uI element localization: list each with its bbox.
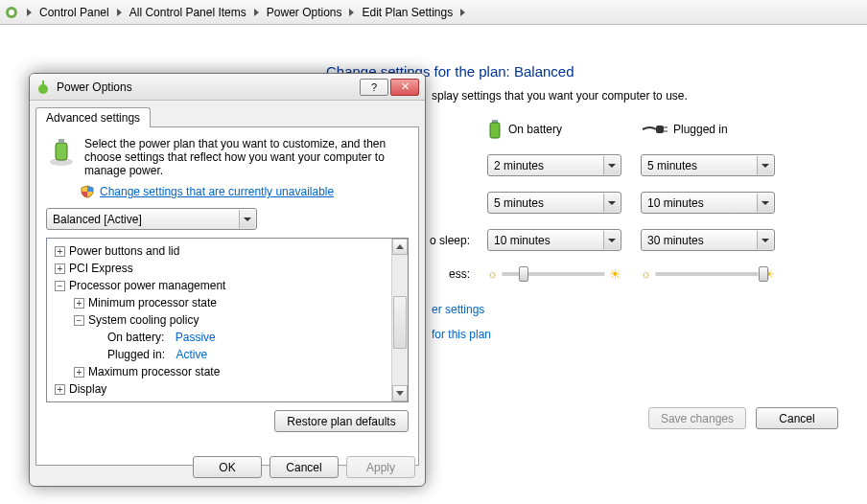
breadcrumb-item-all-items[interactable]: All Control Panel Items	[126, 0, 250, 24]
close-button[interactable]: ✕	[390, 79, 419, 96]
breadcrumb-item-power-options[interactable]: Power Options	[263, 0, 346, 24]
ok-button[interactable]: OK	[193, 456, 262, 478]
sun-bright-icon: ☀	[609, 266, 621, 282]
tree-item-min-processor[interactable]: +Minimum processor state	[51, 294, 408, 311]
settings-tree: +Power buttons and lid +PCI Express −Pro…	[46, 238, 409, 402]
save-changes-button: Save changes	[648, 407, 746, 429]
tree-kv-value[interactable]: Passive	[176, 329, 216, 346]
control-panel-icon	[4, 5, 19, 20]
scroll-up-button[interactable]	[392, 239, 408, 255]
chevron-down-icon	[239, 210, 255, 228]
column-header-plugged: Plugged in	[641, 123, 794, 136]
tree-label: Processor power management	[69, 277, 225, 294]
svg-rect-8	[42, 80, 44, 86]
svg-rect-3	[490, 123, 500, 138]
restore-plan-defaults-button[interactable]: Restore plan defaults	[274, 410, 409, 432]
chevron-right-icon	[254, 9, 259, 16]
tree-item-cooling-on-battery[interactable]: On battery: Passive	[51, 329, 408, 346]
turn-off-display-battery-select[interactable]: 5 minutes	[487, 192, 621, 214]
expand-icon[interactable]: +	[74, 367, 84, 378]
sleep-plugged-select[interactable]: 30 minutes	[641, 229, 775, 251]
tabstrip: Advanced settings	[30, 101, 425, 126]
tab-advanced-settings[interactable]: Advanced settings	[35, 107, 151, 127]
tree-label: Maximum processor state	[88, 363, 220, 380]
dialog-titlebar[interactable]: Power Options ? ✕	[30, 74, 425, 101]
chevron-down-icon	[603, 194, 620, 212]
scroll-thumb[interactable]	[393, 296, 407, 349]
dim-display-battery-select[interactable]: 2 minutes	[487, 154, 621, 176]
dialog-cancel-button[interactable]: Cancel	[269, 456, 339, 478]
breadcrumb: Control Panel All Control Panel Items Po…	[0, 0, 867, 25]
page-action-bar: Save changes Cancel	[648, 407, 838, 429]
dialog-intro-text: Select the power plan that you want to c…	[84, 137, 409, 177]
tree-item-display[interactable]: +Display	[51, 380, 408, 398]
chevron-right-icon	[117, 9, 122, 16]
tree-item-cooling-plugged[interactable]: Plugged in: Active	[51, 346, 408, 363]
plug-icon	[641, 124, 668, 135]
collapse-icon[interactable]: −	[74, 315, 84, 326]
svg-rect-11	[59, 139, 64, 143]
uac-shield-icon	[81, 185, 94, 198]
select-value: 5 minutes	[647, 159, 697, 172]
change-unavailable-settings-link[interactable]: Change settings that are currently unava…	[100, 185, 334, 198]
tree-kv-label: On battery:	[107, 329, 164, 346]
brightness-battery-slider[interactable]: ☼ ☀	[487, 266, 621, 282]
svg-rect-10	[56, 143, 67, 160]
breadcrumb-label: Edit Plan Settings	[362, 6, 453, 19]
tree-item-processor[interactable]: −Processor power management	[51, 277, 408, 294]
slider-track[interactable]	[655, 272, 759, 276]
brightness-plugged-slider[interactable]: ☼ ☀	[641, 266, 775, 282]
apply-button: Apply	[346, 456, 415, 478]
tree-item-cooling-policy[interactable]: −System cooling policy	[51, 311, 408, 329]
slider-track[interactable]	[502, 272, 605, 276]
turn-off-display-plugged-select[interactable]: 10 minutes	[641, 192, 775, 214]
breadcrumb-item-edit-plan[interactable]: Edit Plan Settings	[358, 0, 457, 24]
tab-body: Select the power plan that you want to c…	[35, 126, 419, 466]
chevron-right-icon	[460, 9, 465, 16]
slider-thumb[interactable]	[759, 266, 768, 282]
breadcrumb-label: All Control Panel Items	[129, 6, 246, 19]
tree-kv-value[interactable]: Active	[176, 346, 207, 363]
expand-icon[interactable]: +	[74, 298, 84, 309]
tree-label: PCI Express	[69, 260, 133, 277]
restore-defaults-link-tail[interactable]: for this plan	[432, 328, 829, 341]
expand-icon[interactable]: +	[55, 263, 65, 274]
tree-scrollbar[interactable]	[391, 239, 408, 401]
column-header-label: Plugged in	[673, 123, 728, 136]
breadcrumb-label: Control Panel	[39, 6, 109, 19]
power-options-icon	[35, 80, 51, 95]
advanced-power-link-tail[interactable]: er settings	[432, 303, 829, 316]
tree-item-multimedia[interactable]: +Multimedia settings	[51, 398, 408, 402]
expand-icon[interactable]: +	[55, 401, 65, 403]
sun-dim-icon: ☼	[641, 267, 651, 281]
tree-item-power-buttons[interactable]: +Power buttons and lid	[51, 242, 408, 260]
dialog-title: Power Options	[57, 80, 358, 94]
scroll-down-button[interactable]	[392, 385, 408, 401]
select-value: 30 minutes	[647, 234, 704, 247]
cancel-button[interactable]: Cancel	[756, 407, 838, 429]
dim-display-plugged-select[interactable]: 5 minutes	[641, 154, 775, 176]
tree-kv-label: Plugged in:	[107, 346, 165, 363]
column-header-battery: On battery	[487, 120, 641, 139]
expand-icon[interactable]: +	[55, 246, 65, 257]
slider-thumb[interactable]	[519, 266, 528, 282]
battery-icon	[487, 120, 503, 139]
tree-item-pci-express[interactable]: +PCI Express	[51, 260, 408, 277]
page-subtitle-tail: splay settings that you want your comput…	[432, 89, 829, 103]
expand-icon[interactable]: +	[55, 384, 65, 395]
chevron-down-icon	[603, 156, 620, 174]
breadcrumb-label: Power Options	[267, 6, 342, 19]
sleep-battery-select[interactable]: 10 minutes	[487, 229, 621, 251]
power-plan-icon	[46, 137, 77, 168]
help-button[interactable]: ?	[360, 79, 388, 96]
power-plan-select[interactable]: Balanced [Active]	[46, 208, 257, 230]
tree-label: Multimedia settings	[69, 398, 168, 402]
power-options-dialog: Power Options ? ✕ Advanced settings Sele…	[29, 73, 426, 487]
column-header-label: On battery	[508, 123, 562, 136]
chevron-right-icon	[349, 9, 354, 16]
collapse-icon[interactable]: −	[55, 281, 65, 291]
breadcrumb-item-control-panel[interactable]: Control Panel	[35, 0, 113, 24]
tree-item-max-processor[interactable]: +Maximum processor state	[51, 363, 408, 380]
window-controls: ? ✕	[358, 79, 419, 96]
chevron-down-icon	[757, 231, 773, 249]
